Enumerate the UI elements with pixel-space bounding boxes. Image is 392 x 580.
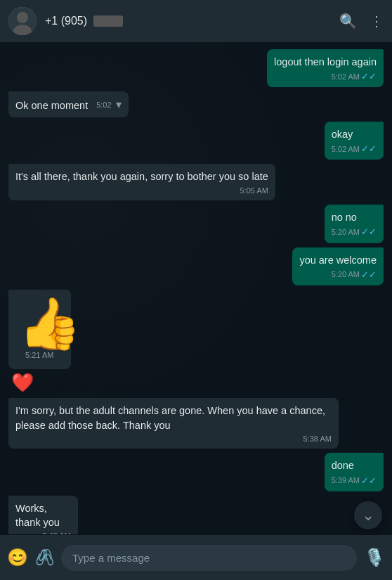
message-bubble: It's all there, thank you again, sorry t… (8, 164, 275, 200)
message-time: 5:02 AM (332, 72, 360, 82)
menu-icon[interactable]: ⋮ (370, 13, 384, 30)
message-row: 👍 5:21 AM ❤️ (8, 290, 384, 394)
message-bubble: you are welcome 5:20 AM ✓✓ (292, 247, 384, 285)
avatar[interactable] (8, 7, 37, 35)
message-row: you are welcome 5:20 AM ✓✓ (8, 247, 384, 285)
chevron-down-icon: ⌄ (362, 506, 374, 524)
message-time: 5:02 AM (332, 144, 360, 155)
message-text: you are welcome (299, 254, 377, 266)
message-bubble: Ok one moment 5:02 ▾ (8, 91, 129, 117)
read-ticks: ✓✓ (361, 143, 377, 155)
message-text: okay (332, 129, 353, 140)
attach-icon[interactable]: 🖇️ (35, 548, 54, 567)
message-bubble: logout then login again 5:02 AM ✓✓ (267, 49, 384, 87)
message-row: I'm sorry, but the adult channels are go… (8, 398, 384, 449)
message-time: 5:40 AM (42, 531, 70, 534)
message-text: It's all there, thank you again, sorry t… (15, 171, 268, 182)
message-bubble: Works, thank you 5:40 AM (8, 496, 78, 534)
message-time: 5:20 AM (332, 227, 360, 238)
message-time: 5:05 AM (240, 186, 268, 196)
message-row: no no 5:20 AM ✓✓ (8, 205, 384, 243)
sticker-bubble: 👍 5:21 AM (8, 290, 71, 369)
message-text: I'm sorry, but the adult channels are go… (15, 405, 325, 430)
message-row: okay 5:02 AM ✓✓ (8, 122, 384, 160)
message-bubble: okay 5:02 AM ✓✓ (325, 122, 384, 160)
message-text: done (332, 460, 354, 471)
header-actions: 🔍 ⋮ (339, 13, 384, 30)
message-text: no no (332, 212, 357, 223)
message-row: It's all there, thank you again, sorry t… (8, 164, 384, 200)
sticker-emoji: 👍 (18, 298, 61, 349)
message-row: Ok one moment 5:02 ▾ (8, 91, 384, 117)
search-icon[interactable]: 🔍 (339, 13, 357, 30)
message-input[interactable] (61, 545, 357, 571)
message-bubble: done 5:39 AM ✓✓ (325, 453, 384, 491)
message-text: Ok one moment (15, 98, 88, 112)
chat-area: logout then login again 5:02 AM ✓✓ Ok on… (0, 42, 392, 534)
contact-info[interactable]: +1 (905) (45, 15, 331, 27)
message-row: logout then login again 5:02 AM ✓✓ (8, 49, 384, 87)
message-time: 5:21 AM (18, 350, 61, 361)
message-time: 5:20 AM (332, 269, 360, 280)
message-time: 5:38 AM (303, 434, 332, 444)
read-ticks: ✓✓ (361, 269, 377, 281)
message-row: done 5:39 AM ✓✓ (8, 453, 384, 491)
sticker-container: 👍 5:21 AM ❤️ (8, 290, 91, 394)
masked-number (93, 15, 124, 27)
message-row: Works, thank you 5:40 AM ❤️ (8, 496, 384, 534)
message-bubble: I'm sorry, but the adult channels are go… (8, 398, 339, 449)
mic-icon[interactable]: 🎙️ (364, 548, 385, 567)
scroll-down-button[interactable]: ⌄ (354, 501, 382, 529)
message-time: 5:39 AM (332, 475, 360, 486)
read-ticks: ✓✓ (361, 226, 377, 238)
read-ticks: ✓✓ (361, 70, 377, 83)
chat-header: +1 (905) 🔍 ⋮ (0, 0, 392, 42)
emoji-icon[interactable]: 😊 (7, 548, 28, 567)
read-ticks: ✓✓ (361, 475, 377, 487)
svg-point-1 (17, 12, 28, 23)
input-bar: 😊 🖇️ 🎙️ (0, 535, 392, 580)
dropdown-arrow-icon[interactable]: ▾ (116, 97, 122, 112)
message-text: logout then login again (274, 56, 377, 67)
heart-reaction: ❤️ (11, 372, 91, 394)
message-time: 5:02 (96, 100, 111, 110)
contact-name: +1 (905) (45, 15, 331, 27)
message-bubble: no no 5:20 AM ✓✓ (325, 205, 384, 243)
message-with-reaction: Works, thank you 5:40 AM ❤️ (8, 496, 101, 534)
message-text: Works, thank you (15, 503, 60, 528)
